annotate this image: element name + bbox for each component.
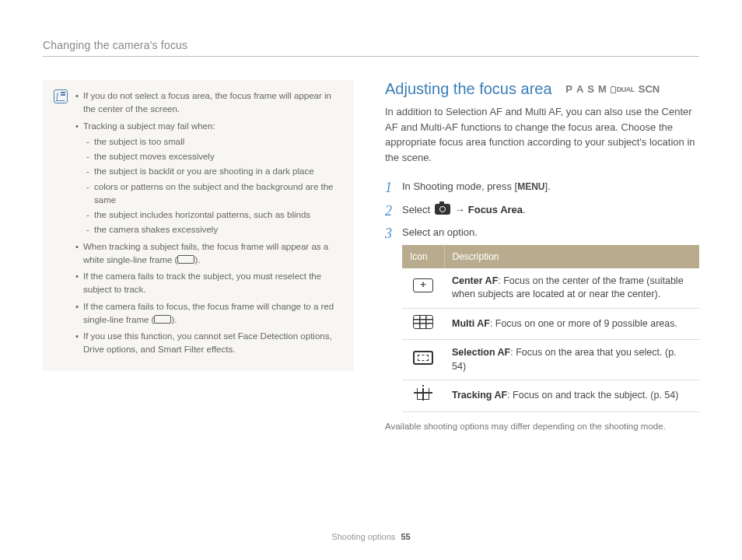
- note-text: If the camera fails to focus, the focus …: [83, 302, 334, 324]
- step-1: 1 In Shooting mode, press [MENU].: [385, 179, 699, 194]
- note-icon: [54, 89, 68, 103]
- note-subitem: the subject is too small: [83, 135, 343, 149]
- content-columns: If you do not select a focus area, the f…: [43, 80, 699, 431]
- note-list: If you do not select a focus area, the f…: [75, 89, 343, 360]
- page-header: Changing the camera's focus: [43, 39, 699, 57]
- af-name: Tracking AF: [452, 390, 507, 401]
- right-column: Adjusting the focus area P A S M DUAL SC…: [385, 80, 699, 431]
- table-header-desc: Description: [444, 245, 699, 268]
- section-intro: In addition to Selection AF and Multi AF…: [385, 104, 699, 165]
- note-item: Tracking a subject may fail when: the su…: [75, 120, 343, 237]
- multi-af-icon: [413, 315, 433, 329]
- note-text: When tracking a subject fails, the focus…: [83, 242, 328, 264]
- left-column: If you do not select a focus area, the f…: [43, 80, 354, 431]
- section-heading-row: Adjusting the focus area P A S M DUAL SC…: [385, 80, 699, 98]
- mode-p-icon: P: [565, 83, 572, 95]
- mode-icons: P A S M DUAL SCN: [565, 83, 660, 95]
- note-item: If you use this function, you cannot set…: [75, 330, 343, 357]
- footer-section: Shooting options: [331, 532, 395, 541]
- af-name: Center AF: [452, 275, 498, 286]
- note-item: If the camera fails to track the subject…: [75, 270, 343, 297]
- page-number: 55: [401, 532, 410, 541]
- note-text: Tracking a subject may fail when:: [83, 121, 215, 131]
- focus-area-label: Focus Area: [468, 204, 523, 215]
- step-number: 1: [385, 177, 392, 198]
- mode-a-icon: A: [576, 83, 583, 95]
- table-row: Tracking AF: Focus on and track the subj…: [402, 380, 699, 412]
- step-number: 2: [385, 201, 392, 222]
- center-af-icon: [413, 278, 433, 292]
- note-sublist: the subject is too small the subject mov…: [83, 135, 343, 237]
- steps-list: 1 In Shooting mode, press [MENU]. 2 Sele…: [385, 179, 699, 412]
- step-2: 2 Select →Focus Area.: [385, 202, 699, 218]
- note-subitem: the subject moves excessively: [83, 150, 343, 163]
- note-subitem: colors or patterns on the subject and th…: [83, 180, 343, 208]
- af-desc: : Focus on and track the subject. (p. 54…: [507, 390, 678, 401]
- frame-white-icon: [177, 255, 194, 264]
- page-footer: Shooting options 55: [0, 532, 742, 541]
- table-row: Selection AF: Focus on the area that you…: [402, 340, 699, 380]
- step-text: Select: [402, 204, 433, 215]
- table-header-row: Icon Description: [402, 245, 699, 268]
- af-desc: : Focus on one or more of 9 possible are…: [490, 318, 677, 329]
- note-subitem: the subject is backlit or you are shooti…: [83, 165, 343, 178]
- note-box: If you do not select a focus area, the f…: [43, 80, 354, 371]
- mode-scn-icon: SCN: [639, 83, 660, 95]
- af-name: Multi AF: [452, 318, 490, 329]
- step-3: 3 Select an option. Icon Description Cen…: [385, 225, 699, 412]
- note-text: ).: [194, 255, 200, 264]
- camera-icon: [435, 204, 450, 215]
- step-text: ].: [545, 180, 551, 192]
- selection-af-icon: [413, 351, 433, 365]
- mode-s-icon: S: [587, 83, 594, 95]
- table-row: Center AF: Focus on the center of the fr…: [402, 268, 699, 309]
- af-name: Selection AF: [452, 347, 510, 358]
- frame-red-icon: [154, 315, 171, 324]
- step-text: Select an option.: [402, 226, 478, 238]
- note-subitem: the camera shakes excessively: [83, 223, 343, 236]
- step-text: In Shooting mode, press [: [402, 180, 517, 192]
- mode-m-icon: M: [598, 83, 607, 95]
- section-title: Adjusting the focus area: [385, 80, 552, 98]
- note-item: When tracking a subject fails, the focus…: [75, 240, 343, 268]
- note-item: If you do not select a focus area, the f…: [75, 89, 343, 117]
- tracking-af-icon: [414, 387, 432, 401]
- note-text: ).: [171, 315, 177, 324]
- note-subitem: the subject includes horizontal patterns…: [83, 208, 343, 222]
- note-item: If the camera fails to focus, the focus …: [75, 300, 343, 327]
- table-row: Multi AF: Focus on one or more of 9 poss…: [402, 308, 699, 340]
- focus-area-table: Icon Description Center AF: Focus on the…: [402, 245, 699, 412]
- arrow-icon: →: [455, 204, 465, 215]
- step-text: .: [523, 204, 526, 215]
- table-header-icon: Icon: [402, 245, 444, 268]
- mode-dual-icon: DUAL: [611, 86, 635, 93]
- step-number: 3: [385, 223, 392, 244]
- menu-button-label: MENU: [517, 181, 544, 192]
- footnote: Available shooting options may differ de…: [385, 422, 699, 431]
